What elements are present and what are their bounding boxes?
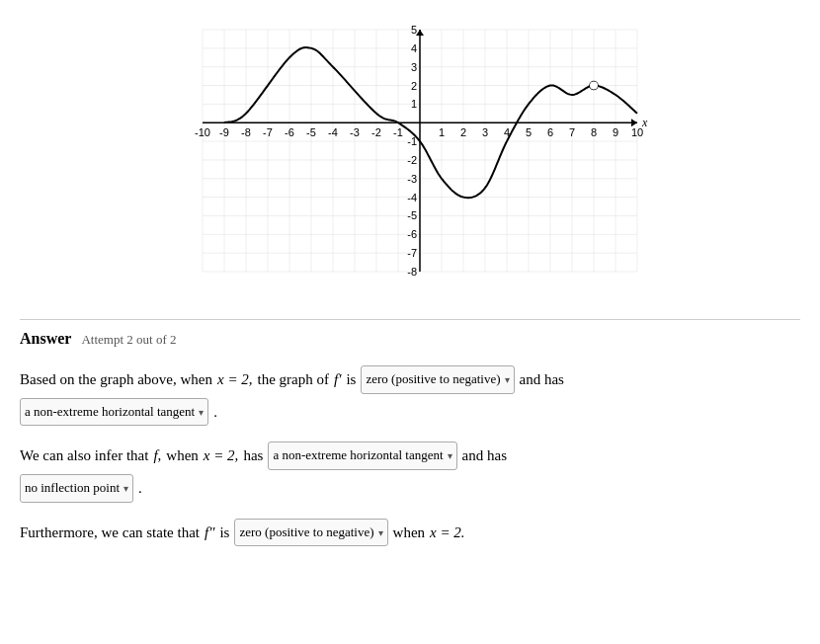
section3-dropdown1-label: zero (positive to negative) bbox=[239, 521, 373, 545]
section2-dropdown1[interactable]: a non-extreme horizontal tangent ▾ bbox=[268, 442, 456, 470]
section1-dot: . bbox=[213, 398, 217, 427]
section3: Furthermore, we can state that f″ is zer… bbox=[20, 519, 800, 547]
graph-area bbox=[163, 15, 657, 301]
section2: We can also infer that f, when x = 2, ha… bbox=[20, 442, 800, 502]
section2-text4: and has bbox=[462, 442, 507, 470]
section3-row1: Furthermore, we can state that f″ is zer… bbox=[20, 519, 800, 547]
section2-x-val: x = 2, bbox=[204, 442, 239, 470]
attempt-label: Attempt 2 out of 2 bbox=[81, 332, 176, 348]
section3-dropdown1[interactable]: zero (positive to negative) ▾ bbox=[234, 519, 387, 547]
section1-dropdown2[interactable]: a non-extreme horizontal tangent ▾ bbox=[20, 398, 208, 427]
section1-x-val: x = 2, bbox=[217, 365, 253, 394]
section1-text2: the graph of bbox=[258, 365, 329, 394]
section3-text1: Furthermore, we can state that bbox=[20, 519, 200, 547]
section2-dropdown2[interactable]: no inflection point ▾ bbox=[20, 474, 133, 503]
answer-label: Answer bbox=[20, 330, 71, 348]
section2-f: f, bbox=[153, 442, 161, 470]
section3-text3: when bbox=[393, 519, 426, 547]
answer-header: Answer Attempt 2 out of 2 bbox=[20, 319, 800, 348]
section3-fdoubleprime: f″ bbox=[205, 519, 214, 547]
section2-row2: no inflection point ▾ . bbox=[20, 474, 800, 503]
graph-container bbox=[20, 15, 800, 301]
section3-text2: is bbox=[219, 519, 229, 547]
chevron-down-icon2: ▾ bbox=[199, 403, 204, 422]
chevron-down-icon: ▾ bbox=[505, 370, 510, 389]
chevron-down-icon5: ▾ bbox=[378, 523, 383, 542]
section1-text1: Based on the graph above, when bbox=[20, 365, 212, 394]
section1-dropdown2-label: a non-extreme horizontal tangent bbox=[25, 400, 195, 425]
section1: Based on the graph above, when x = 2, th… bbox=[20, 365, 800, 426]
section1-text4: and has bbox=[520, 365, 564, 394]
section1-row2: a non-extreme horizontal tangent ▾ . bbox=[20, 398, 800, 427]
chevron-down-icon4: ▾ bbox=[123, 479, 128, 498]
section2-text3: has bbox=[243, 442, 263, 470]
section1-row1: Based on the graph above, when x = 2, th… bbox=[20, 365, 800, 394]
section2-dot: . bbox=[138, 474, 142, 503]
section1-fprime: f′ bbox=[334, 365, 341, 394]
section2-dropdown2-label: no inflection point bbox=[25, 476, 120, 501]
section2-dropdown1-label: a non-extreme horizontal tangent bbox=[273, 443, 443, 468]
section1-text3: is bbox=[346, 365, 356, 394]
chevron-down-icon3: ▾ bbox=[448, 446, 452, 465]
section1-dropdown1-label: zero (positive to negative) bbox=[366, 367, 500, 392]
section2-text1: We can also infer that bbox=[20, 442, 148, 470]
section3-x-val: x = 2. bbox=[430, 519, 465, 547]
section2-text2: when bbox=[166, 442, 199, 470]
section2-row1: We can also infer that f, when x = 2, ha… bbox=[20, 442, 800, 470]
section1-dropdown1[interactable]: zero (positive to negative) ▾ bbox=[361, 365, 514, 394]
